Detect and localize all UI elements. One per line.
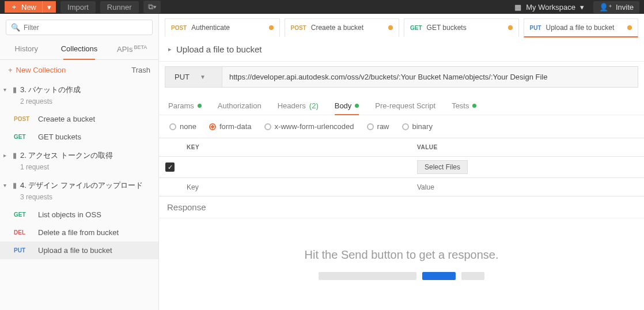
send-button-graphic-icon	[422, 272, 456, 280]
radio-icon	[367, 123, 374, 130]
runner-button[interactable]: Runner	[100, 1, 139, 13]
caret-right-icon[interactable]: ▸	[168, 46, 172, 53]
content-area: POSTAuthenticate POSTCreaete a bucket GE…	[159, 14, 644, 310]
radio-icon	[169, 123, 176, 130]
indicator-dot-icon	[472, 104, 476, 108]
response-header: Response	[159, 196, 644, 218]
request-tabs: POSTAuthenticate POSTCreaete a bucket GE…	[159, 14, 644, 37]
collection-folder[interactable]: ▾ ▮ 3. バケットの作成2 requests	[0, 80, 158, 110]
caret-down-icon: ▾	[47, 3, 51, 12]
radio-icon	[264, 123, 271, 130]
new-dropdown[interactable]: ▾	[42, 1, 56, 13]
breadcrumb: ▸ Upload a file to bucket	[159, 37, 644, 62]
new-window-button[interactable]: ⧉▾	[143, 1, 161, 13]
unsaved-dot-icon	[269, 25, 274, 30]
method-select[interactable]: PUT▼	[165, 66, 222, 88]
subtab-headers[interactable]: Headers (2)	[278, 97, 319, 115]
request-tab[interactable]: POSTCreaete a bucket	[285, 18, 400, 37]
request-subtabs: Params Authorization Headers (2) Body Pr…	[159, 92, 644, 115]
table-row[interactable]: ✓ Select Files	[159, 157, 644, 178]
subtab-body[interactable]: Body	[335, 97, 359, 115]
col-key-header: KEY	[181, 141, 411, 154]
unsaved-dot-icon	[388, 25, 393, 30]
radio-raw[interactable]: raw	[367, 122, 389, 131]
col-value-header: VALUE	[411, 141, 644, 154]
request-tab[interactable]: PUTUpload a file to bucket	[524, 18, 639, 37]
url-input[interactable]: https://developer.api.autodesk.com/oss/v…	[222, 66, 638, 88]
sidebar: 🔍 History Collections APIsBETA +New Coll…	[0, 14, 159, 310]
caret-down-icon: ▼	[200, 74, 206, 80]
kv-key-input[interactable]	[187, 163, 406, 171]
subtab-params[interactable]: Params	[168, 97, 202, 115]
body-type-radios: none form-data x-www-form-urlencoded raw…	[159, 115, 644, 138]
kv-key-input[interactable]	[187, 183, 406, 191]
filter-input[interactable]	[24, 24, 147, 32]
url-bar: PUT▼ https://developer.api.autodesk.com/…	[165, 66, 638, 88]
page-title: Upload a file to bucket	[176, 44, 262, 54]
body-kv-table: KEY VALUE ✓ Select Files	[159, 138, 644, 196]
sidebar-request-item[interactable]: GETGET buckets	[0, 128, 158, 146]
unsaved-dot-icon	[627, 25, 632, 30]
import-button[interactable]: Import	[60, 1, 96, 13]
radio-binary[interactable]: binary	[402, 122, 433, 131]
placeholder-bar-icon	[461, 272, 484, 280]
folder-icon: ▮	[13, 150, 17, 160]
sidebar-request-item[interactable]: GETList objects in OSS	[0, 206, 158, 224]
select-files-button[interactable]: Select Files	[417, 160, 468, 174]
folder-icon: ▮	[13, 180, 17, 190]
tab-collections[interactable]: Collections	[53, 39, 106, 59]
caret-down-icon: ▾	[3, 85, 9, 93]
grid-icon: ▦	[514, 3, 521, 12]
collections-list: ▾ ▮ 3. バケットの作成2 requests POSTCreaete a b…	[0, 80, 158, 310]
tab-apis[interactable]: APIsBETA	[105, 39, 158, 59]
person-plus-icon: 👤⁺	[599, 3, 612, 12]
filter-input-wrap[interactable]: 🔍	[6, 20, 153, 35]
checkbox-checked-icon[interactable]: ✓	[165, 162, 175, 172]
request-tab[interactable]: GETGET buckets	[404, 18, 519, 37]
response-body: Hit the Send button to get a response.	[159, 218, 644, 310]
plus-icon: ＋	[10, 2, 18, 12]
radio-form-data[interactable]: form-data	[209, 122, 252, 131]
caret-right-icon: ▸	[3, 150, 9, 158]
topbar: ＋New ▾ Import Runner ⧉▾ ▦ My Workspace ▾…	[0, 0, 644, 14]
sidebar-request-item[interactable]: PUTUpload a file to bucket	[0, 241, 158, 259]
collection-folder[interactable]: ▸ ▮ 2. アクセス トークンの取得1 request	[0, 146, 158, 176]
indicator-dot-icon	[355, 104, 359, 108]
folder-icon: ▮	[13, 85, 17, 94]
invite-button[interactable]: 👤⁺ Invite	[593, 1, 639, 13]
indicator-dot-icon	[198, 104, 202, 108]
table-header-row: KEY VALUE	[159, 138, 644, 157]
radio-icon	[209, 123, 216, 130]
radio-none[interactable]: none	[169, 122, 196, 131]
radio-icon	[402, 123, 409, 130]
caret-down-icon: ▾	[580, 3, 584, 12]
tab-history[interactable]: History	[0, 39, 53, 59]
new-collection-button[interactable]: +New Collection	[8, 66, 66, 74]
subtab-tests[interactable]: Tests	[452, 97, 476, 115]
sidebar-request-item[interactable]: POSTCreaete a bucket	[0, 110, 158, 128]
workspace-selector[interactable]: ▦ My Workspace ▾	[510, 1, 589, 13]
sidebar-request-item[interactable]: DELDelete a file from bucket	[0, 224, 158, 241]
plus-icon: +	[8, 66, 13, 74]
table-row[interactable]	[159, 178, 644, 196]
response-placeholder-text: Hit the Send button to get a response.	[305, 248, 499, 262]
placeholder-bar-icon	[319, 272, 416, 280]
response-placeholder-graphic	[319, 272, 484, 280]
subtab-authorization[interactable]: Authorization	[218, 97, 262, 115]
search-icon: 🔍	[11, 23, 20, 32]
subtab-prerequest[interactable]: Pre-request Script	[375, 97, 435, 115]
kv-value-input[interactable]	[417, 183, 638, 191]
collection-folder[interactable]: ▾ ▮ 4. デザイン ファイルのアップロード3 requests	[0, 176, 158, 206]
trash-button[interactable]: Trash	[131, 66, 150, 74]
request-tab[interactable]: POSTAuthenticate	[165, 18, 280, 37]
radio-xwww[interactable]: x-www-form-urlencoded	[264, 122, 354, 131]
unsaved-dot-icon	[508, 25, 513, 30]
new-button[interactable]: ＋New ▾	[5, 1, 56, 13]
caret-down-icon: ▾	[3, 180, 9, 188]
